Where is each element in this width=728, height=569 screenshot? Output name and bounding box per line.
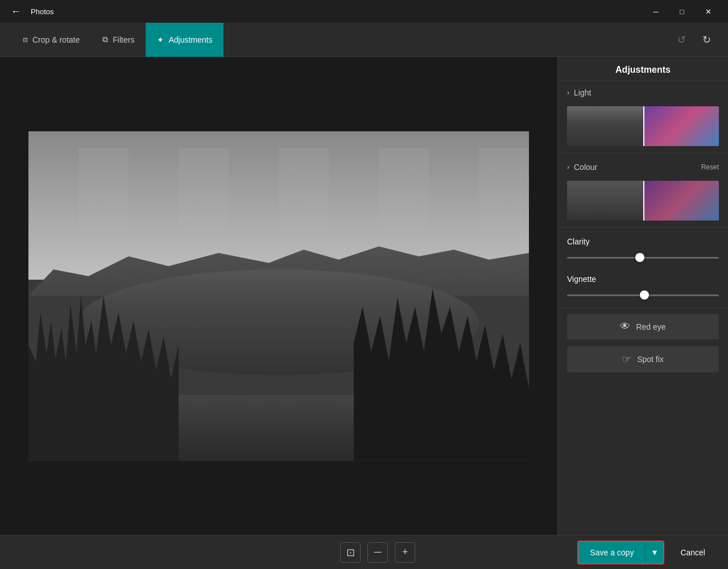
filters-label: Filters	[113, 35, 134, 44]
titlebar: ← Photos ─ □ ✕	[0, 0, 728, 23]
spot-fix-icon: ☞	[622, 353, 631, 366]
tab-adjustments[interactable]: ✦ Adjustments	[146, 23, 224, 57]
light-thumb-before	[567, 106, 643, 146]
colour-thumb-divider	[643, 181, 644, 221]
zoom-in-button[interactable]: +	[395, 542, 415, 563]
fit-button[interactable]: ⊡	[340, 542, 361, 563]
vignette-slider-container	[567, 289, 719, 301]
divider-1	[558, 153, 728, 153]
undo-button[interactable]: ↺	[671, 30, 692, 50]
redo-button[interactable]: ↻	[696, 30, 717, 50]
crop-label: Crop & rotate	[32, 35, 80, 44]
colour-reset-button[interactable]: Reset	[701, 163, 719, 171]
divider-2	[558, 227, 728, 228]
colour-thumbnail	[567, 181, 719, 221]
save-dropdown-button[interactable]: ▾	[645, 542, 663, 563]
colour-section-header[interactable]: › Colour Reset	[558, 156, 728, 178]
toolbar: ⧈ Crop & rotate ⧉ Filters ✦ Adjustments …	[0, 23, 728, 57]
save-copy-button[interactable]: Save a copy	[578, 542, 645, 563]
divider-3	[558, 308, 728, 308]
colour-thumb-after	[643, 181, 719, 221]
vignette-slider[interactable]	[567, 294, 719, 296]
clouds-layer	[28, 148, 529, 247]
light-thumbnail	[567, 106, 719, 146]
tab-crop-rotate[interactable]: ⧈ Crop & rotate	[11, 23, 91, 57]
red-eye-button[interactable]: 👁 Red eye	[567, 314, 719, 339]
clarity-slider[interactable]	[567, 257, 719, 259]
crop-icon: ⧈	[23, 35, 28, 44]
adjustments-panel: Adjustments › Light › Colour Reset Clari…	[557, 57, 728, 535]
clarity-section: Clarity	[558, 230, 728, 268]
spot-fix-label: Spot fix	[637, 355, 664, 364]
colour-thumb-before	[567, 181, 643, 221]
light-section-header[interactable]: › Light	[558, 81, 728, 104]
bottom-bar: ⊡ ─ + Save a copy ▾ Cancel	[0, 535, 728, 569]
app-title: Photos	[31, 7, 53, 16]
back-icon: ←	[11, 6, 21, 18]
main-layout: Adjustments › Light › Colour Reset Clari…	[0, 57, 728, 535]
clarity-label: Clarity	[567, 237, 719, 246]
colour-chevron-icon: ›	[567, 163, 569, 171]
image-area	[0, 57, 557, 535]
red-eye-icon: 👁	[620, 321, 630, 333]
vignette-label: Vignette	[567, 275, 719, 284]
save-copy-group: Save a copy ▾	[577, 541, 664, 564]
back-button[interactable]: ←	[7, 2, 25, 20]
clarity-slider-container	[567, 252, 719, 263]
photo-canvas	[28, 131, 529, 461]
window-controls: ─ □ ✕	[643, 0, 721, 23]
cancel-button[interactable]: Cancel	[669, 542, 717, 563]
maximize-button[interactable]: □	[669, 0, 695, 23]
spot-fix-button[interactable]: ☞ Spot fix	[567, 346, 719, 372]
light-thumb-after	[643, 106, 719, 146]
adjustments-label: Adjustments	[168, 35, 212, 44]
filters-icon: ⧉	[102, 35, 108, 44]
tab-filters[interactable]: ⧉ Filters	[91, 23, 146, 57]
zoom-out-button[interactable]: ─	[367, 542, 388, 563]
adjustments-icon: ✦	[157, 35, 164, 44]
light-chevron-icon: ›	[567, 89, 569, 97]
colour-label: Colour	[574, 163, 597, 172]
minimize-button[interactable]: ─	[643, 0, 669, 23]
light-thumb-divider	[643, 106, 644, 146]
red-eye-label: Red eye	[636, 322, 665, 331]
vignette-section: Vignette	[558, 268, 728, 305]
close-button[interactable]: ✕	[695, 0, 721, 23]
panel-title: Adjustments	[558, 57, 728, 81]
toolbar-actions: ↺ ↻	[671, 30, 717, 50]
light-label: Light	[574, 88, 591, 97]
